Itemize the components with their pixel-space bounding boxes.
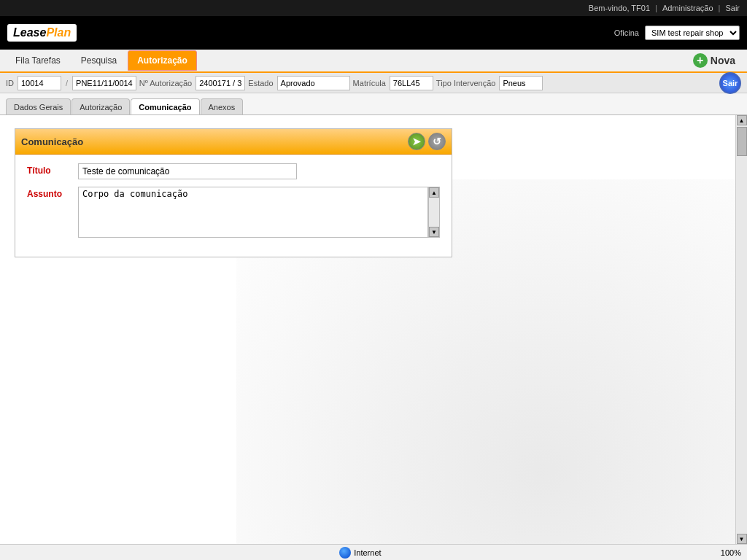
- textarea-scrollbar: ▲ ▼: [428, 187, 440, 238]
- office-label: Oficina: [614, 28, 639, 37]
- subject-textarea[interactable]: [78, 187, 428, 238]
- auth-value: 2400171 / 3: [196, 76, 245, 90]
- scroll-down-arrow[interactable]: ▼: [429, 227, 439, 237]
- record-bar: ID 10014 / PNE11/11/0014 Nº Autorização …: [0, 73, 747, 93]
- nav-tab-fila[interactable]: Fila Tarefas: [6, 50, 70, 71]
- comm-header-buttons: ➤ ↺: [408, 133, 446, 150]
- top-bar: Bem-vindo, TF01 | Administração | Sair: [0, 0, 747, 16]
- nav-tab-autorizacao[interactable]: Autorização: [128, 50, 197, 71]
- logo-plan: Plan: [46, 26, 71, 39]
- type-value: Pneus: [499, 76, 543, 90]
- sub-tabs: Dados Gerais Autorização Comunicação Ane…: [0, 93, 747, 115]
- type-label: Tipo Intervenção: [436, 79, 496, 88]
- subtab-dados[interactable]: Dados Gerais: [6, 98, 71, 114]
- comm-panel-body: Título Assunto ▲ ▼: [15, 155, 452, 257]
- subtab-autorizacao[interactable]: Autorização: [71, 98, 130, 114]
- main-scroll-track: [736, 125, 747, 534]
- main-scroll-up[interactable]: ▲: [737, 115, 747, 125]
- nova-label: Nova: [711, 55, 735, 66]
- plus-icon: +: [693, 53, 708, 68]
- nova-button[interactable]: + Nova: [687, 50, 741, 71]
- title-input[interactable]: [78, 163, 297, 179]
- state-value: Aprovado: [277, 76, 350, 90]
- comm-cancel-button[interactable]: ↺: [428, 133, 446, 150]
- comm-panel-title: Comunicação: [21, 136, 408, 147]
- status-bar: Internet 100%: [0, 544, 747, 560]
- title-row: Título: [27, 163, 440, 179]
- main-content: Comunicação ➤ ↺ Título Assunto ▲ ▼: [0, 115, 747, 544]
- comm-panel-header: Comunicação ➤ ↺: [15, 129, 452, 155]
- nav-bar: Fila Tarefas Pesquisa Autorização + Nova: [0, 50, 747, 73]
- main-scrollbar[interactable]: ▲ ▼: [735, 115, 747, 544]
- subtab-comunicacao[interactable]: Comunicação: [131, 98, 199, 114]
- globe-icon: [339, 547, 351, 559]
- office-select[interactable]: SIM test repair shop: [645, 26, 740, 40]
- subject-textarea-wrapper: ▲ ▼: [78, 187, 440, 238]
- admin-link[interactable]: Administração: [662, 4, 713, 12]
- subtab-anexos[interactable]: Anexos: [201, 98, 244, 114]
- main-scroll-down[interactable]: ▼: [737, 534, 747, 544]
- logo: LeasePlan: [7, 24, 77, 42]
- comm-confirm-button[interactable]: ➤: [408, 133, 425, 150]
- subject-row: Assunto ▲ ▼: [27, 187, 440, 238]
- zoom-area: 100%: [721, 548, 741, 557]
- id-value: 10014: [18, 76, 61, 90]
- internet-label: Internet: [354, 548, 381, 557]
- plate-label: Matrícula: [353, 79, 386, 88]
- scroll-track: [429, 198, 439, 227]
- nav-tab-pesquisa[interactable]: Pesquisa: [71, 50, 126, 71]
- office-area: Oficina SIM test repair shop: [614, 26, 740, 40]
- logo-box: LeasePlan: [7, 24, 77, 42]
- nav-tabs: Fila Tarefas Pesquisa Autorização: [6, 50, 197, 71]
- exit-link[interactable]: Sair: [725, 4, 740, 12]
- sair-button[interactable]: Sair: [719, 72, 741, 94]
- scroll-up-arrow[interactable]: ▲: [429, 187, 439, 198]
- plate-value: 76LL45: [390, 76, 433, 90]
- subject-label: Assunto: [27, 187, 78, 199]
- internet-area: Internet: [339, 547, 381, 559]
- title-label: Título: [27, 163, 78, 176]
- id-label: ID: [6, 79, 14, 88]
- pne-value: PNE11/11/0014: [72, 76, 136, 90]
- logo-bar: LeasePlan Oficina SIM test repair shop: [0, 16, 747, 50]
- communication-panel: Comunicação ➤ ↺ Título Assunto ▲ ▼: [15, 128, 452, 257]
- logo-lease: Lease: [13, 26, 46, 39]
- zoom-value: 100%: [721, 548, 741, 557]
- welcome-text: Bem-vindo, TF01: [589, 4, 650, 12]
- auth-label: Nº Autorização: [139, 79, 193, 88]
- main-scroll-thumb[interactable]: [737, 127, 747, 156]
- state-label: Estado: [248, 79, 273, 88]
